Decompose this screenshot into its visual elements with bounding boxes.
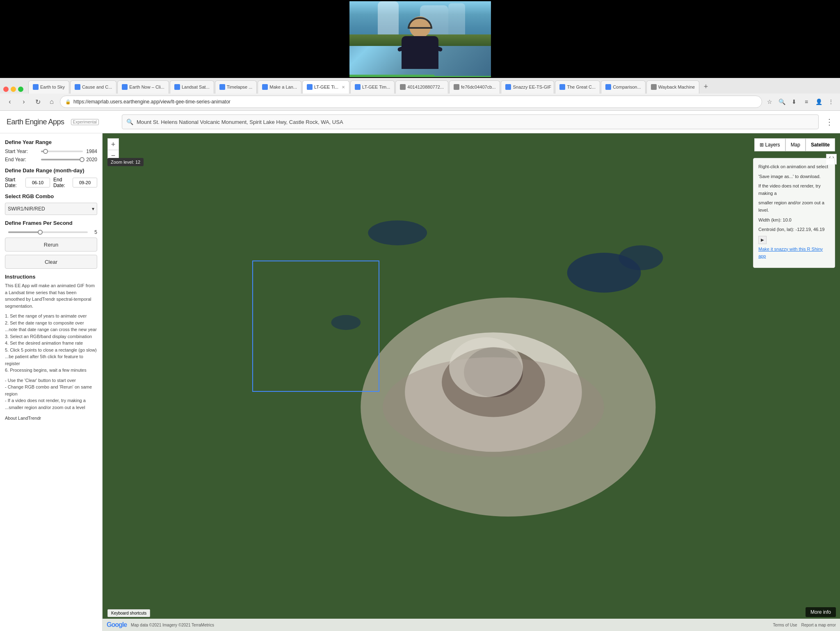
tab-bar: Earth to Sky Cause and C... Earth Now – … bbox=[0, 78, 840, 94]
tab-cause-and[interactable]: Cause and C... bbox=[70, 80, 116, 94]
volcano-svg bbox=[103, 133, 840, 631]
tab-wayback[interactable]: Wayback Machine bbox=[646, 80, 699, 94]
download-button[interactable]: ⬇ bbox=[789, 97, 799, 107]
experimental-badge: Experimental bbox=[71, 119, 99, 125]
map-satellite-layer bbox=[103, 133, 840, 631]
instruction-5: 4. Set the desired animation frame rate bbox=[5, 340, 97, 347]
end-date-input[interactable] bbox=[73, 178, 97, 187]
tab-great-c[interactable]: The Great C... bbox=[555, 80, 600, 94]
svg-point-9 bbox=[383, 357, 604, 457]
tab-fe76dc[interactable]: fe76dc04407cb... bbox=[449, 80, 500, 94]
map-type-control: ⊞ Layers Map Satellite bbox=[754, 138, 835, 151]
rgb-combo-value: SWIR1/NIR/RED bbox=[8, 206, 45, 212]
layers-button[interactable]: ⊞ Layers bbox=[754, 138, 785, 151]
refresh-button[interactable]: ↻ bbox=[32, 96, 43, 107]
date-range-row: Start Date: End Date: bbox=[5, 177, 97, 188]
end-year-label: End Year: bbox=[5, 157, 38, 162]
tab-favicon bbox=[559, 84, 565, 90]
map-data-label: Map data ©2021 Imagery ©2021 TerraMetric… bbox=[131, 623, 214, 627]
tab-favicon bbox=[33, 84, 39, 90]
menu-button[interactable]: ⋮ bbox=[826, 97, 836, 107]
search-bar-header[interactable]: 🔍 Mount St. Helens National Volcanic Mon… bbox=[122, 114, 819, 129]
tab-earth-now[interactable]: Earth Now – Cli... bbox=[117, 80, 169, 94]
traffic-light-red[interactable] bbox=[3, 87, 9, 92]
svg-point-6 bbox=[405, 332, 582, 452]
keyboard-shortcuts-button[interactable]: Keyboard shortcuts bbox=[107, 609, 150, 617]
map-type-button[interactable]: Map bbox=[785, 138, 806, 151]
rgb-combo-select[interactable]: SWIR1/NIR/RED ▾ bbox=[5, 203, 97, 215]
end-year-slider[interactable] bbox=[41, 159, 83, 160]
tab-timelapse[interactable]: Timelapse ... bbox=[215, 80, 257, 94]
tips: - Use the 'Clear' button to start over -… bbox=[5, 377, 97, 411]
tab-label: LT-GEE Ti... bbox=[314, 85, 338, 89]
define-date-range-title: Define Date Range (month-day) bbox=[5, 167, 97, 174]
svg-point-3 bbox=[368, 220, 427, 245]
tab-earth-to-sky[interactable]: Earth to Sky bbox=[28, 80, 69, 94]
about-landtrendr-link[interactable]: About LandTrendr bbox=[5, 416, 41, 421]
start-date-input[interactable] bbox=[25, 178, 50, 187]
report-map-error-link[interactable]: Report a map error bbox=[801, 623, 836, 627]
main-content: Define Year Range Start Year: 1984 End Y… bbox=[0, 133, 840, 631]
satellite-type-button[interactable]: Satellite bbox=[806, 138, 835, 151]
instruction-2: 2. Set the date range to composite over bbox=[5, 320, 97, 327]
tab-lt-gee-2[interactable]: LT-GEE Tim... bbox=[350, 80, 395, 94]
zoom-tooltip: Zoom level: 12 bbox=[107, 158, 144, 166]
instructions-title: Instructions bbox=[5, 274, 97, 280]
reader-button[interactable]: ≡ bbox=[801, 97, 811, 107]
tab-landsat-sat[interactable]: Landsat Sat... bbox=[170, 80, 214, 94]
end-date-label: End Date: bbox=[53, 177, 69, 188]
terms-of-use-link[interactable]: Terms of Use bbox=[773, 623, 797, 627]
tab-close-icon[interactable]: ✕ bbox=[342, 85, 345, 89]
forward-button[interactable]: › bbox=[18, 96, 30, 107]
info-panel: Right-click on animation and select 'Sav… bbox=[753, 158, 835, 268]
sidebar: Define Year Range Start Year: 1984 End Y… bbox=[0, 133, 103, 631]
tab-lt-gee-active[interactable]: LT-GEE Ti... ✕ bbox=[302, 80, 349, 94]
start-year-slider[interactable] bbox=[41, 151, 83, 152]
tab-comparison[interactable]: Comparison... bbox=[601, 80, 645, 94]
svg-point-2 bbox=[619, 245, 663, 270]
tab-snazzy[interactable]: Snazzy EE-TS-GIF bbox=[501, 80, 554, 94]
map-area[interactable]: + − Zoom level: 12 ⊞ Layers Map bbox=[103, 133, 840, 631]
bookmark-button[interactable]: ☆ bbox=[765, 97, 774, 107]
back-button[interactable]: ‹ bbox=[4, 96, 16, 107]
google-logo: Google bbox=[107, 621, 127, 629]
tip-3: - If a video does not render, try making… bbox=[5, 397, 97, 404]
instruction-4: 3. Select an RGB/band display combinatio… bbox=[5, 333, 97, 340]
instruction-6: 5. Click 5 points to close a rectangle (… bbox=[5, 347, 97, 354]
profile-button[interactable]: 👤 bbox=[814, 97, 824, 107]
traffic-light-green[interactable] bbox=[18, 87, 23, 92]
tab-favicon bbox=[605, 84, 611, 90]
tab-label: Landsat Sat... bbox=[182, 85, 210, 89]
more-info-button[interactable]: More info bbox=[806, 607, 836, 617]
end-year-value: 2020 bbox=[86, 157, 97, 162]
search-button[interactable]: 🔍 bbox=[777, 97, 787, 107]
frames-value: 5 bbox=[94, 229, 97, 235]
info-line5: smaller region and/or zoom out a level. bbox=[758, 199, 830, 214]
instructions-intro: This EE App will make an animated GIF fr… bbox=[5, 282, 97, 309]
traffic-light-yellow[interactable] bbox=[11, 87, 16, 92]
tab-favicon bbox=[307, 84, 313, 90]
clear-button[interactable]: Clear bbox=[5, 255, 97, 269]
zoom-in-button[interactable]: + bbox=[107, 138, 119, 150]
instruction-8: 6. Processing begins, wait a few minutes bbox=[5, 367, 97, 374]
home-button[interactable]: ⌂ bbox=[46, 96, 57, 107]
browser-chrome: Earth to Sky Cause and C... Earth Now – … bbox=[0, 78, 840, 111]
tab-label: Cause and C... bbox=[82, 85, 112, 89]
header-more-button[interactable]: ⋮ bbox=[825, 117, 833, 127]
video-thumbnail bbox=[349, 1, 491, 77]
frames-per-second-title: Define Frames Per Second bbox=[5, 220, 97, 226]
info-line2: 'Save image as...' to download. bbox=[758, 173, 830, 181]
frames-slider[interactable] bbox=[8, 231, 88, 233]
select-rgb-title: Select RGB Combo bbox=[5, 193, 97, 199]
address-bar[interactable]: 🔒 https://emaprlab.users.earthengine.app… bbox=[60, 96, 762, 108]
tab-label: LT-GEE Tim... bbox=[362, 85, 390, 89]
app-header: Earth Engine Apps Experimental 🔍 Mount S… bbox=[0, 111, 840, 133]
rerun-button[interactable]: Rerun bbox=[5, 238, 97, 251]
tab-make-a-lan[interactable]: Make a Lan... bbox=[258, 80, 301, 94]
tab-label: Snazzy EE-TS-GIF bbox=[513, 85, 551, 89]
tab-401412[interactable]: 4014120880772... bbox=[395, 80, 448, 94]
instruction-1: 1. Set the range of years to animate ove… bbox=[5, 313, 97, 320]
tab-favicon bbox=[174, 84, 180, 90]
snazzy-link[interactable]: Make it snazzy with this R Shiny app bbox=[758, 247, 823, 259]
new-tab-button[interactable]: + bbox=[700, 81, 712, 93]
